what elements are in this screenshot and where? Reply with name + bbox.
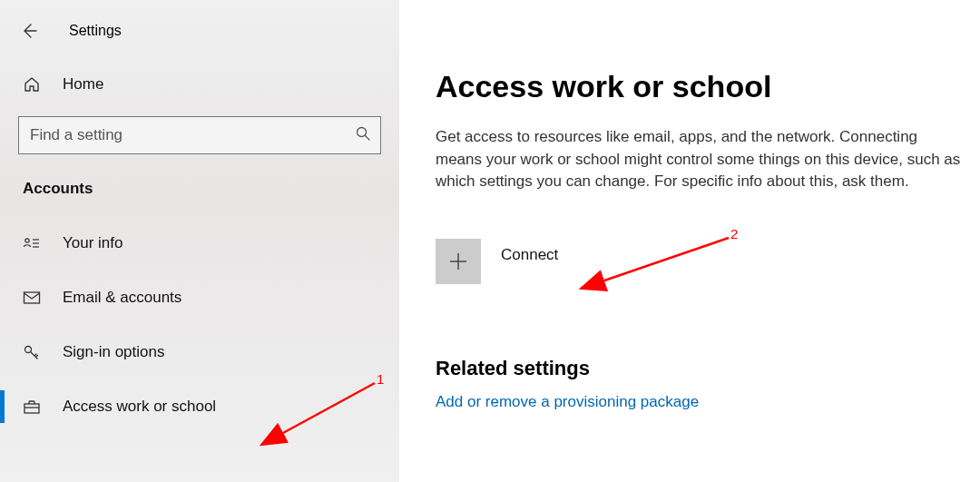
back-arrow-icon — [20, 22, 38, 40]
search-input[interactable] — [30, 126, 355, 144]
plus-icon — [447, 251, 469, 272]
back-button[interactable] — [16, 18, 42, 44]
user-card-icon — [23, 235, 43, 251]
mail-icon — [23, 290, 43, 305]
titlebar: Settings — [0, 9, 399, 62]
sidebar-item-access-work-school[interactable]: Access work or school — [0, 379, 399, 434]
annotation-label-2: 2 — [730, 226, 738, 241]
sidebar-item-label: Email & accounts — [63, 289, 181, 307]
svg-point-2 — [25, 239, 29, 242]
briefcase-icon — [23, 398, 43, 415]
sidebar-item-signin-options[interactable]: Sign-in options — [0, 325, 399, 379]
key-icon — [23, 343, 43, 361]
related-settings-heading: Related settings — [436, 357, 967, 380]
svg-rect-8 — [24, 404, 39, 413]
annotation-label-1: 1 — [377, 371, 384, 387]
app-title: Settings — [69, 23, 122, 39]
search-container — [18, 116, 381, 154]
main-content: Access work or school Get access to reso… — [399, 0, 980, 482]
plus-icon-box — [436, 239, 481, 284]
sidebar-item-your-info[interactable]: Your info — [0, 216, 399, 271]
home-label: Home — [63, 75, 103, 93]
search-icon — [355, 125, 371, 145]
connect-label: Connect — [501, 246, 558, 264]
page-title: Access work or school — [436, 69, 967, 104]
connect-button[interactable]: Connect — [436, 239, 967, 284]
svg-rect-6 — [24, 292, 40, 303]
svg-point-0 — [358, 128, 367, 137]
category-header: Accounts — [0, 176, 399, 216]
sidebar-item-email-accounts[interactable]: Email & accounts — [0, 271, 399, 325]
home-nav-item[interactable]: Home — [0, 62, 399, 107]
sidebar-item-label: Your info — [63, 234, 122, 252]
sidebar-item-label: Access work or school — [63, 398, 216, 416]
provisioning-package-link[interactable]: Add or remove a provisioning package — [436, 393, 699, 410]
home-icon — [23, 75, 43, 93]
sidebar: Settings Home Accounts — [0, 0, 399, 482]
svg-line-1 — [366, 136, 370, 141]
sidebar-item-label: Sign-in options — [63, 343, 164, 361]
search-box[interactable] — [18, 116, 381, 154]
page-description: Get access to resources like email, apps… — [436, 126, 967, 193]
